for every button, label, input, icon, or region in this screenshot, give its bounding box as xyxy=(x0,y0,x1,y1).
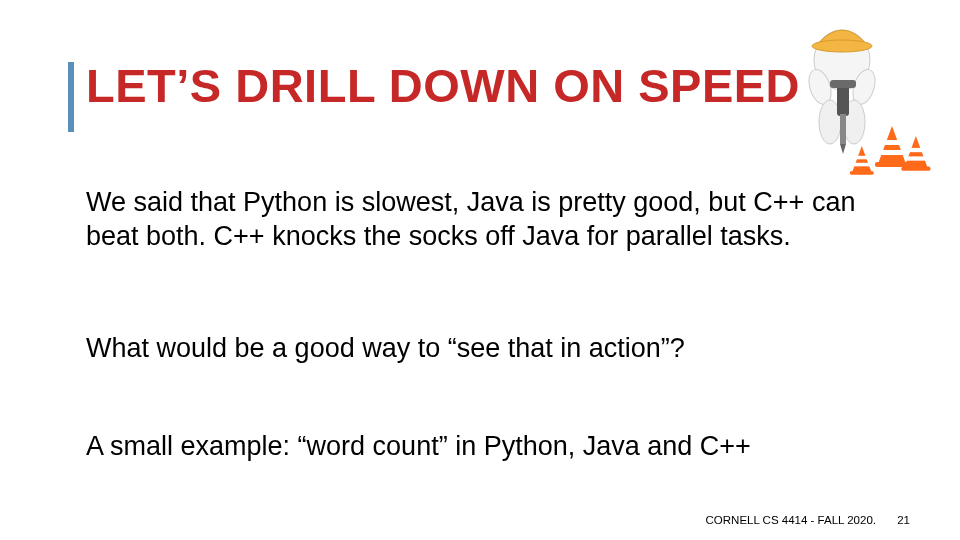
svg-rect-13 xyxy=(875,162,909,167)
slide-title: LET’S DRILL DOWN ON SPEED xyxy=(86,58,800,113)
svg-rect-15 xyxy=(907,148,924,152)
svg-marker-18 xyxy=(852,146,872,173)
svg-point-1 xyxy=(812,40,872,52)
svg-rect-12 xyxy=(880,150,904,155)
footer-page-number: 21 xyxy=(897,514,910,526)
svg-rect-20 xyxy=(853,163,870,167)
svg-rect-8 xyxy=(840,114,846,144)
svg-rect-21 xyxy=(850,171,874,175)
slide-footer: CORNELL CS 4414 - FALL 2020. 21 xyxy=(706,514,910,526)
body-paragraph-2: What would be a good way to “see that in… xyxy=(86,332,876,366)
svg-rect-16 xyxy=(906,156,926,160)
svg-rect-11 xyxy=(882,140,902,145)
svg-rect-17 xyxy=(901,167,930,171)
construction-worker-icon xyxy=(782,2,942,182)
title-accent-bar xyxy=(68,62,74,132)
svg-rect-7 xyxy=(830,80,856,88)
svg-marker-9 xyxy=(840,144,846,154)
svg-rect-19 xyxy=(855,156,869,160)
body-paragraph-3: A small example: “word count” in Python,… xyxy=(86,430,876,464)
footer-course: CORNELL CS 4414 - FALL 2020. xyxy=(706,514,876,526)
body-paragraph-1: We said that Python is slowest, Java is … xyxy=(86,186,876,254)
